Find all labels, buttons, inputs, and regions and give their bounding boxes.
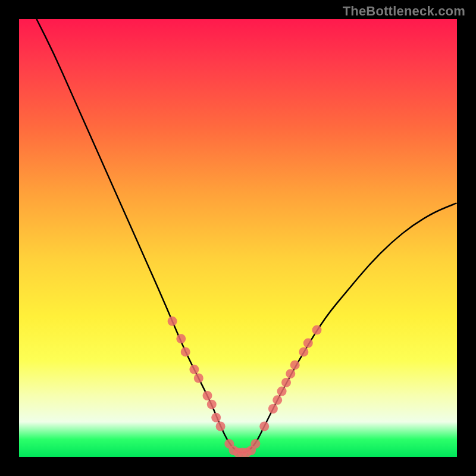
marker-dot: [277, 387, 287, 396]
watermark-text: TheBottleneck.com: [343, 4, 465, 19]
marker-dot: [176, 334, 186, 343]
marker-dot: [268, 404, 278, 414]
marker-dot: [250, 439, 260, 449]
marker-group: [168, 317, 322, 457]
plot-area: [19, 19, 457, 457]
marker-dot: [203, 391, 212, 400]
marker-dot: [259, 422, 269, 431]
marker-dot: [303, 339, 313, 348]
bottleneck-curve: [36, 19, 457, 453]
marker-dot: [207, 400, 217, 409]
marker-dot: [194, 374, 203, 383]
marker-dot: [281, 378, 291, 387]
marker-dot: [290, 360, 300, 369]
marker-dot: [189, 365, 199, 374]
marker-dot: [312, 325, 322, 335]
marker-dot: [273, 395, 282, 405]
chart-frame: TheBottleneck.com: [0, 0, 476, 476]
marker-dot: [211, 413, 221, 422]
marker-dot: [181, 347, 190, 356]
curve-layer: [19, 19, 457, 457]
marker-dot: [286, 369, 295, 378]
marker-dot: [168, 317, 177, 326]
marker-dot: [299, 347, 308, 356]
marker-dot: [216, 422, 226, 431]
